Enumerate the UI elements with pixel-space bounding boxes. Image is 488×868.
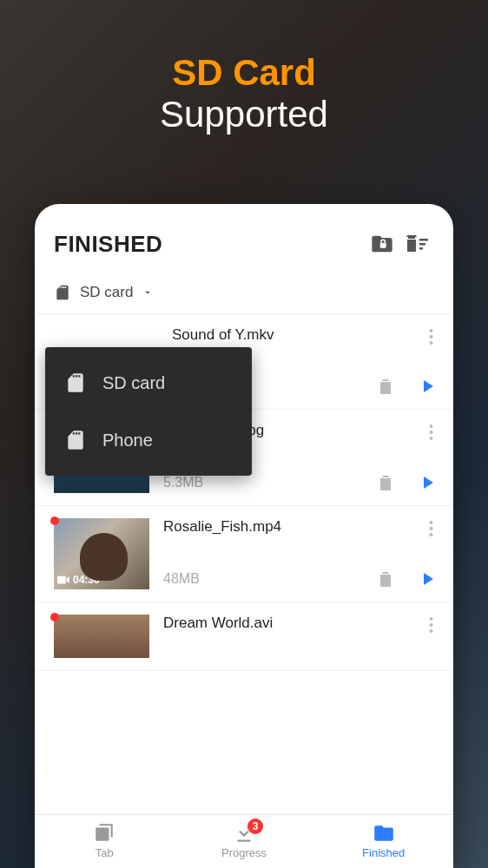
svg-rect-1 — [419, 239, 428, 241]
folder-icon — [373, 822, 395, 845]
file-thumbnail: 04:30 — [54, 518, 149, 589]
promo-line-2: Supported — [0, 94, 488, 135]
svg-point-14 — [429, 617, 432, 621]
kebab-icon — [429, 521, 433, 536]
sd-card-icon — [54, 284, 71, 301]
dropdown-label: Phone — [102, 431, 153, 450]
dropdown-option-phone[interactable]: Phone — [45, 411, 252, 469]
more-button[interactable] — [420, 615, 441, 635]
svg-point-5 — [429, 335, 432, 339]
delete-button[interactable] — [375, 472, 396, 493]
header: FINISHED — [35, 204, 453, 277]
play-button[interactable] — [417, 376, 438, 397]
more-button[interactable] — [420, 518, 441, 539]
dropdown-label: SD card — [102, 373, 165, 393]
svg-point-8 — [429, 431, 432, 434]
svg-point-9 — [429, 437, 432, 440]
play-button[interactable] — [417, 472, 438, 493]
svg-point-7 — [429, 424, 432, 428]
sd-card-icon — [64, 372, 87, 394]
nav-label: Finished — [362, 846, 405, 859]
nav-label: Tab — [96, 846, 114, 859]
svg-point-16 — [429, 629, 432, 633]
svg-point-4 — [429, 329, 432, 332]
private-folder-button[interactable] — [365, 227, 399, 261]
new-indicator — [50, 613, 59, 621]
file-name: Rosalie_Fish.mp4 — [163, 518, 445, 536]
file-size: 48MB — [163, 571, 200, 587]
progress-badge: 3 — [247, 819, 263, 834]
app-window: FINISHED SD card Sound of Y.mkv — [35, 204, 453, 868]
dropdown-option-sd[interactable]: SD card — [45, 354, 252, 411]
storage-selector[interactable]: SD card — [35, 277, 453, 314]
file-size: 5.3MB — [163, 475, 203, 490]
nav-tab[interactable]: Tab — [35, 815, 175, 868]
nav-label: Progress — [221, 846, 267, 859]
svg-rect-17 — [96, 828, 109, 841]
file-name: Sound of Y.mkv — [68, 326, 445, 344]
page-title: FINISHED — [54, 231, 365, 258]
svg-point-15 — [429, 623, 432, 627]
video-icon — [57, 575, 69, 584]
file-row[interactable]: Dream World.avi — [35, 602, 453, 671]
kebab-icon — [429, 424, 433, 440]
file-row[interactable]: 04:30 Rosalie_Fish.mp4 48MB — [35, 506, 453, 602]
bottom-nav: Tab 3 Progress Finished — [35, 814, 453, 868]
svg-point-12 — [429, 527, 432, 530]
file-thumbnail — [54, 615, 149, 658]
phone-storage-icon — [64, 429, 87, 451]
storage-dropdown: SD card Phone — [45, 347, 252, 476]
svg-point-6 — [429, 341, 432, 345]
nav-finished[interactable]: Finished — [313, 815, 453, 868]
svg-rect-10 — [57, 576, 66, 584]
svg-point-13 — [429, 533, 432, 536]
file-name: Dream World.avi — [163, 615, 445, 632]
folder-lock-icon — [370, 232, 394, 256]
svg-rect-3 — [419, 247, 423, 250]
svg-rect-0 — [380, 243, 386, 248]
promo-line-1: SD Card — [0, 52, 488, 94]
delete-all-button[interactable] — [399, 227, 434, 261]
delete-button[interactable] — [375, 376, 396, 397]
new-indicator — [50, 516, 59, 525]
kebab-icon — [429, 329, 433, 345]
kebab-icon — [429, 617, 433, 633]
svg-rect-2 — [419, 243, 425, 246]
more-button[interactable] — [420, 326, 441, 347]
nav-progress[interactable]: 3 Progress — [175, 815, 314, 868]
tabs-icon — [93, 822, 115, 845]
promo-title: SD Card Supported — [0, 0, 488, 161]
more-button[interactable] — [420, 422, 441, 443]
trash-list-icon — [404, 232, 430, 256]
storage-selected-label: SD card — [80, 284, 133, 301]
chevron-down-icon — [142, 286, 154, 299]
delete-button[interactable] — [375, 569, 396, 589]
play-button[interactable] — [417, 569, 438, 589]
svg-point-11 — [429, 521, 432, 524]
video-duration: 04:30 — [73, 574, 100, 586]
video-badge: 04:30 — [57, 574, 100, 586]
